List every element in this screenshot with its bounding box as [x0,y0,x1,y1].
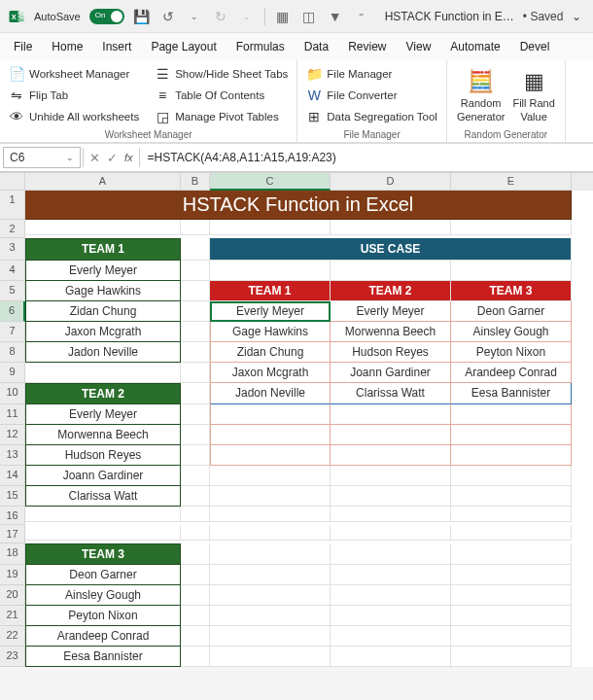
tab-automate[interactable]: Automate [442,36,507,57]
worksheet[interactable]: A B C D E 1 HSTACK Function in Excel 2 3… [0,172,593,667]
row-header[interactable]: 17 [0,525,25,543]
tab-home[interactable]: Home [44,36,90,57]
qat-overflow-icon[interactable]: ⁼ [353,8,370,25]
tab-formulas[interactable]: Formulas [228,36,293,57]
team3-member[interactable]: Arandeep Conrad [25,626,181,647]
row-header[interactable]: 4 [0,261,25,281]
file-manager-button[interactable]: 📁File Manager [303,64,440,84]
spill-cell[interactable]: Eesa Bannister [451,383,572,404]
spill-cell[interactable]: Everly Meyer [331,301,451,322]
name-box[interactable]: C6 ⌄ [3,147,81,168]
row-header[interactable]: 20 [0,585,25,606]
tab-insert[interactable]: Insert [94,36,139,57]
row-header[interactable]: 11 [0,404,25,425]
row-header[interactable]: 1 [0,191,25,220]
team1-header[interactable]: TEAM 1 [25,238,181,261]
row-header[interactable]: 19 [0,565,25,585]
col-header-d[interactable]: D [331,173,451,191]
team2-member[interactable]: Morwenna Beech [25,425,181,445]
table-of-contents-button[interactable]: ≡Table Of Contents [152,86,291,105]
unhide-worksheets-button[interactable]: 👁Unhide All worksheets [6,107,142,126]
row-header[interactable]: 5 [0,281,25,301]
cell[interactable] [25,220,181,235]
select-all-corner[interactable] [0,173,25,191]
team2-member[interactable]: Hudson Reyes [25,445,181,466]
cancel-icon[interactable]: ✕ [86,151,103,165]
file-converter-button[interactable]: WFile Converter [303,86,440,105]
team1-member[interactable]: Zidan Chung [25,301,181,322]
team2-header[interactable]: TEAM 2 [25,383,181,404]
tab-file[interactable]: File [6,36,40,57]
row-header[interactable]: 8 [0,342,25,363]
undo-icon[interactable]: ↺ [159,8,177,25]
team1-member[interactable]: Everly Meyer [25,261,181,281]
worksheet-manager-button[interactable]: 📄Worksheet Manager [6,64,142,84]
out-head-e[interactable]: TEAM 3 [451,281,572,301]
team2-member[interactable]: Clarissa Watt [25,486,181,507]
team1-member[interactable]: Gage Hawkins [25,281,181,301]
redo-more-icon[interactable]: ⌄ [238,8,256,25]
undo-more-icon[interactable]: ⌄ [186,8,203,25]
team1-member[interactable]: Jaxon Mcgrath [25,322,181,342]
row-header[interactable]: 13 [0,445,25,466]
manage-pivot-button[interactable]: ◲Manage Pivot Tables [152,107,291,126]
out-head-d[interactable]: TEAM 2 [331,281,451,301]
tab-developer[interactable]: Devel [512,36,558,57]
team2-member[interactable]: Joann Gardiner [25,466,181,486]
tab-data[interactable]: Data [296,36,336,57]
spill-cell[interactable]: Jadon Neville [210,383,331,404]
save-icon[interactable]: 💾 [133,8,151,25]
spill-cell[interactable]: Gage Hawkins [210,322,331,342]
grid-icon[interactable]: ▦ [274,8,292,25]
spill-cell[interactable]: Ainsley Gough [451,322,572,342]
team3-header[interactable]: TEAM 3 [25,543,181,565]
spill-cell[interactable]: Hudson Reyes [331,342,451,363]
row-header[interactable]: 18 [0,543,25,565]
spill-cell[interactable]: Jaxon Mcgrath [210,363,331,383]
row-header[interactable]: 2 [0,220,25,238]
autosave-toggle[interactable]: On [89,9,124,24]
row-header[interactable]: 3 [0,238,25,261]
team3-member[interactable]: Ainsley Gough [25,585,181,606]
spill-cell[interactable]: Deon Garner [451,301,572,322]
fx-icon[interactable]: fx [121,152,137,163]
tab-view[interactable]: View [399,36,439,57]
col-header-e[interactable]: E [451,173,572,191]
team3-member[interactable]: Eesa Bannister [25,647,181,667]
out-head-c[interactable]: TEAM 1 [210,281,331,301]
redo-icon[interactable]: ↻ [212,8,229,25]
row-header[interactable]: 12 [0,425,25,445]
active-cell[interactable]: Everly Meyer [210,301,331,322]
spill-cell[interactable]: Zidan Chung [210,342,331,363]
tab-review[interactable]: Review [340,36,394,57]
row-header[interactable]: 21 [0,606,25,626]
row-header[interactable]: 23 [0,647,25,667]
tab-page-layout[interactable]: Page Layout [143,36,224,57]
team1-member[interactable]: Jadon Neville [25,342,181,363]
flip-tab-button[interactable]: ⇋Flip Tab [6,86,142,105]
team3-member[interactable]: Peyton Nixon [25,606,181,626]
spill-cell[interactable]: Peyton Nixon [451,342,572,363]
spill-cell[interactable]: Joann Gardiner [331,363,451,383]
spill-cell[interactable]: Arandeep Conrad [451,363,572,383]
row-header[interactable]: 6 [0,301,25,322]
team3-member[interactable]: Deon Garner [25,565,181,585]
row-header[interactable]: 22 [0,626,25,647]
formula-input[interactable] [142,151,590,164]
spill-cell[interactable]: Morwenna Beech [331,322,451,342]
row-header[interactable]: 16 [0,507,25,525]
row-header[interactable]: 7 [0,322,25,342]
show-hide-tabs-button[interactable]: ☰Show/Hide Sheet Tabs [152,64,291,84]
row-header[interactable]: 10 [0,383,25,404]
row-header[interactable]: 14 [0,466,25,486]
chart-icon[interactable]: ◫ [300,8,318,25]
team2-member[interactable]: Everly Meyer [25,404,181,425]
saved-caret[interactable]: ⌄ [572,10,581,23]
confirm-icon[interactable]: ✓ [103,151,121,165]
data-segregation-button[interactable]: ⊞Data Segregation Tool [303,107,440,126]
col-header-c[interactable]: C [210,173,331,191]
spill-cell[interactable]: Clarissa Watt [331,383,451,404]
usecase-header[interactable]: USE CASE [210,238,572,261]
filter-icon[interactable]: ▼ [327,8,344,25]
cell[interactable] [210,404,331,425]
